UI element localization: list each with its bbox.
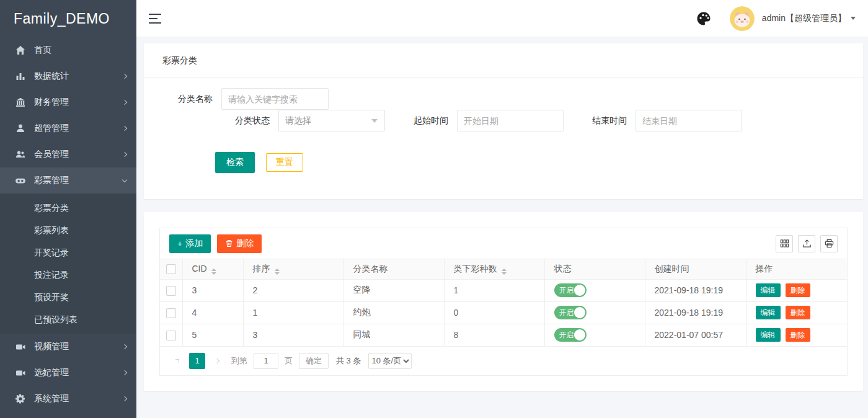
submenu-item-preset-draw[interactable]: 预设开奖 bbox=[0, 286, 136, 308]
cell-count: 1 bbox=[444, 279, 544, 301]
columns-filter-button[interactable] bbox=[776, 235, 793, 252]
caret-down-icon bbox=[851, 17, 856, 20]
pagination: 1 到第 页 确定 共 3 条 10 条/页 bbox=[160, 347, 847, 375]
chevron-right-icon bbox=[122, 152, 127, 157]
row-delete-button[interactable]: 删除 bbox=[786, 328, 810, 342]
end-date-input[interactable] bbox=[636, 110, 742, 131]
cell-cid: 5 bbox=[182, 324, 243, 346]
status-toggle[interactable]: 开启 bbox=[554, 306, 587, 319]
sidebar-nav: 首页 数据统计 财务管理 超管管理 会 bbox=[0, 37, 136, 412]
total-count: 共 3 条 bbox=[336, 355, 361, 367]
column-header-actions: 操作 bbox=[756, 264, 773, 273]
plus-icon: + bbox=[177, 239, 182, 249]
sidebar-item-members[interactable]: 会员管理 bbox=[0, 141, 136, 167]
table-card: + 添加 删除 bbox=[144, 212, 863, 391]
sidebar: Family_DEMO 首页 数据统计 财务管理 超管管 bbox=[0, 0, 136, 418]
category-status-label: 分类状态 bbox=[232, 115, 270, 127]
row-checkbox[interactable] bbox=[166, 308, 176, 318]
app-logo: Family_DEMO bbox=[0, 0, 136, 37]
sidebar-item-stats[interactable]: 数据统计 bbox=[0, 63, 136, 89]
goto-page-input[interactable] bbox=[254, 353, 278, 369]
current-page-button[interactable]: 1 bbox=[189, 353, 205, 369]
goto-confirm-button[interactable]: 确定 bbox=[299, 353, 329, 369]
goto-prefix: 到第 bbox=[231, 355, 247, 367]
sidebar-item-label: 会员管理 bbox=[34, 149, 123, 160]
table-header-row: CID 排序 分类名称 类下彩种数 状态 创建时间 操作 bbox=[160, 259, 847, 279]
sidebar-item-system[interactable]: 系统管理 bbox=[0, 386, 136, 412]
edit-button[interactable]: 编辑 bbox=[756, 328, 781, 342]
search-button[interactable]: 检索 bbox=[215, 152, 255, 173]
sidebar-item-lottery[interactable]: 彩票管理 bbox=[0, 167, 136, 193]
filter-card: 彩票分类 分类名称 分类状态 请选择 起始时间 bbox=[144, 43, 863, 199]
chevron-right-icon bbox=[122, 344, 127, 349]
select-caret-icon bbox=[371, 119, 378, 123]
export-button[interactable] bbox=[798, 235, 815, 252]
start-time-label: 起始时间 bbox=[411, 115, 448, 127]
cell-count: 0 bbox=[444, 301, 544, 324]
sort-icon[interactable] bbox=[211, 269, 216, 275]
submenu-item-bet-records[interactable]: 投注记录 bbox=[0, 264, 136, 286]
category-status-select[interactable]: 请选择 bbox=[278, 110, 385, 131]
chevron-right-icon bbox=[122, 370, 127, 375]
chevron-right-icon bbox=[122, 100, 127, 105]
page-size-select[interactable]: 10 条/页 bbox=[368, 353, 412, 369]
edit-button[interactable]: 编辑 bbox=[756, 283, 781, 297]
sidebar-item-concubine[interactable]: 选妃管理 bbox=[0, 360, 136, 386]
user-menu[interactable]: admin【超级管理员】 bbox=[762, 13, 856, 24]
sidebar-item-label: 彩票管理 bbox=[34, 175, 123, 186]
topbar: admin【超级管理员】 bbox=[136, 0, 868, 37]
cell-cid: 4 bbox=[182, 301, 243, 324]
submenu-item-lottery-category[interactable]: 彩票分类 bbox=[0, 197, 136, 219]
row-checkbox[interactable] bbox=[166, 286, 176, 296]
content: 彩票分类 分类名称 分类状态 请选择 起始时间 bbox=[136, 37, 868, 418]
cell-sort: 3 bbox=[243, 324, 343, 346]
cell-created: 2021-09-18 19:19 bbox=[645, 279, 746, 301]
cell-created: 2022-01-07 00:57 bbox=[645, 324, 746, 346]
sidebar-item-finance[interactable]: 财务管理 bbox=[0, 89, 136, 115]
category-name-input[interactable] bbox=[221, 88, 329, 110]
column-header-name: 分类名称 bbox=[353, 264, 388, 273]
sidebar-item-label: 选妃管理 bbox=[34, 367, 123, 378]
status-toggle[interactable]: 开启 bbox=[554, 283, 587, 297]
start-date-input[interactable] bbox=[457, 110, 564, 131]
video-icon bbox=[15, 341, 26, 352]
reset-button[interactable]: 重置 bbox=[266, 153, 303, 172]
menu-fold-icon[interactable] bbox=[149, 14, 162, 24]
page-title: 彩票分类 bbox=[144, 43, 863, 78]
row-checkbox[interactable] bbox=[166, 331, 176, 340]
cell-name: 约炮 bbox=[343, 301, 444, 324]
category-name-label: 分类名称 bbox=[175, 94, 213, 105]
chevron-down-icon bbox=[122, 177, 127, 182]
delete-button[interactable]: 删除 bbox=[217, 234, 262, 253]
sidebar-item-home[interactable]: 首页 bbox=[0, 37, 136, 63]
sort-icon[interactable] bbox=[502, 269, 507, 275]
user-icon bbox=[15, 123, 26, 134]
select-all-checkbox[interactable] bbox=[166, 264, 176, 274]
cell-cid: 3 bbox=[182, 279, 243, 301]
avatar[interactable] bbox=[730, 6, 755, 31]
submenu-item-draw-records[interactable]: 开奖记录 bbox=[0, 241, 136, 264]
columns-icon bbox=[780, 239, 789, 248]
sidebar-item-admins[interactable]: 超管管理 bbox=[0, 115, 136, 141]
sidebar-item-video[interactable]: 视频管理 bbox=[0, 334, 136, 360]
next-page-button[interactable] bbox=[209, 353, 225, 369]
add-button[interactable]: + 添加 bbox=[169, 234, 211, 253]
sidebar-item-label: 超管管理 bbox=[34, 123, 123, 134]
submenu-item-preset-list[interactable]: 已预设列表 bbox=[0, 308, 136, 331]
sort-icon[interactable] bbox=[275, 269, 280, 275]
bar-chart-icon bbox=[15, 71, 26, 82]
row-delete-button[interactable]: 删除 bbox=[786, 306, 810, 319]
edit-button[interactable]: 编辑 bbox=[756, 306, 781, 319]
row-delete-button[interactable]: 删除 bbox=[786, 283, 810, 297]
print-button[interactable] bbox=[820, 235, 838, 252]
sidebar-item-label: 视频管理 bbox=[34, 341, 123, 352]
theme-palette-icon[interactable] bbox=[696, 11, 711, 26]
status-toggle[interactable]: 开启 bbox=[554, 328, 587, 342]
lottery-submenu: 彩票分类 彩票列表 开奖记录 投注记录 预设开奖 已预设列表 bbox=[0, 193, 136, 334]
chevron-right-icon bbox=[122, 396, 127, 401]
prev-page-button[interactable] bbox=[169, 353, 185, 369]
users-icon bbox=[15, 149, 26, 160]
sidebar-item-label: 财务管理 bbox=[34, 97, 123, 108]
submenu-item-lottery-list[interactable]: 彩票列表 bbox=[0, 219, 136, 241]
trash-icon bbox=[225, 239, 233, 247]
